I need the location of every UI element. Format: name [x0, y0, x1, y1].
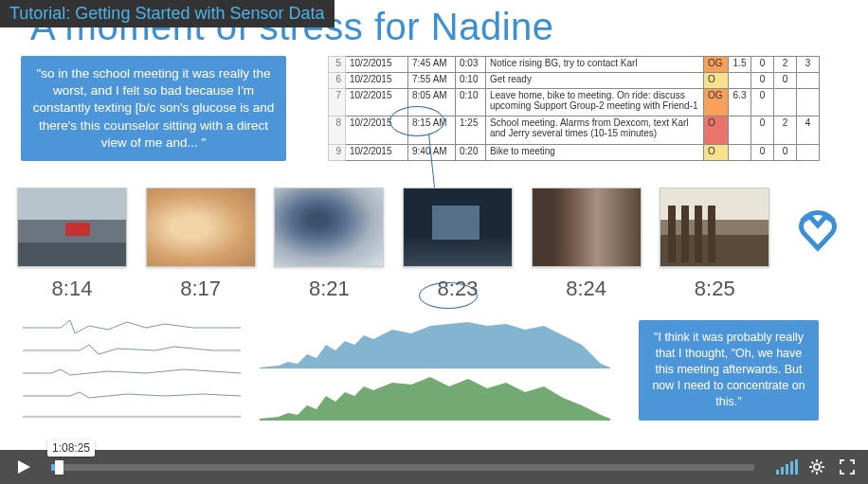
svg-line-10 [821, 471, 823, 473]
progress-bar[interactable]: 1:08:25 [51, 464, 754, 471]
volume-bars-icon [776, 459, 798, 475]
photo-item: 8:17 [146, 188, 256, 301]
video-title-overlay: Tutorial: Getting Started with Sensor Da… [0, 0, 335, 27]
progress-tooltip: 1:08:25 [47, 439, 95, 457]
photo-thumb [403, 188, 513, 267]
quote-box-2: "I think it was probably really that I t… [639, 320, 819, 421]
volume-control[interactable] [775, 456, 798, 478]
photo-time: 8:24 [566, 277, 606, 301]
annotation-circle-time [389, 106, 444, 136]
gear-icon [808, 458, 825, 475]
photo-item: 8:24 [532, 188, 642, 301]
heart-cycle-icon [792, 206, 843, 261]
sensor-strip-chart [23, 316, 241, 421]
svg-point-4 [814, 464, 820, 470]
sensor-area-chart [260, 316, 610, 421]
slide-content: A moment of stress for Nadine "so in the… [0, 0, 868, 450]
table-row: 610/2/20157:55 AM0:10Get readyO00 [329, 72, 820, 88]
fullscreen-icon [840, 459, 855, 475]
settings-button[interactable] [805, 456, 828, 478]
svg-line-9 [812, 462, 814, 464]
photo-item: 8:25 [660, 188, 769, 301]
photo-time: 8:17 [180, 277, 221, 301]
photo-time: 8:14 [52, 277, 93, 301]
photo-thumb [532, 188, 642, 267]
svg-line-11 [812, 471, 814, 473]
annotation-circle-photo [419, 282, 478, 309]
photo-time: 8:25 [695, 277, 735, 301]
video-player-bar: 1:08:25 [0, 450, 868, 484]
photo-thumb [146, 188, 256, 267]
fullscreen-button[interactable] [836, 456, 859, 478]
photo-thumb [274, 188, 384, 267]
photo-item: 8:14 [17, 188, 127, 301]
play-button[interactable] [9, 453, 38, 481]
photo-time: 8:21 [309, 277, 350, 301]
svg-line-12 [821, 462, 823, 464]
svg-marker-3 [18, 460, 30, 474]
photo-thumb [17, 188, 127, 267]
progress-knob[interactable] [55, 460, 63, 475]
table-row: 510/2/20157:45 AM0:03Notice rising BG, t… [329, 57, 820, 73]
table-row: 910/2/20159:40 AM0:20Bike to meetingO00 [329, 145, 820, 161]
photo-item: 8:21 [274, 188, 384, 301]
photo-thumb [660, 188, 769, 267]
quote-box-1: "so in the school meeting it was really … [21, 56, 286, 161]
